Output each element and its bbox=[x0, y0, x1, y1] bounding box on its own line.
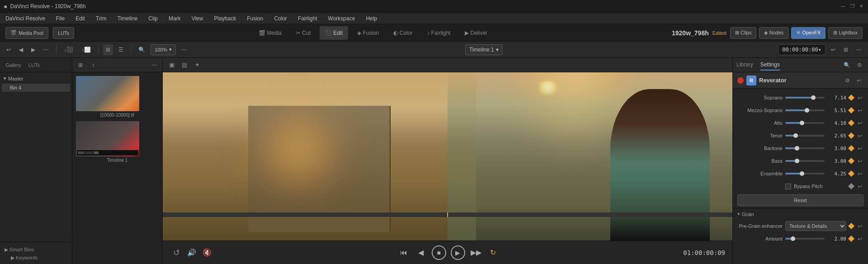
tab-fairlight[interactable]: ♪ Fairlight bbox=[421, 26, 456, 40]
menu-fairlight[interactable]: Fairlight bbox=[296, 14, 319, 23]
luts-tab[interactable]: LUTs bbox=[26, 61, 42, 69]
library-tab[interactable]: Library bbox=[736, 60, 753, 71]
media-sort-btn[interactable]: ↕ bbox=[88, 60, 99, 70]
media-pool-button[interactable]: 🎬 Media Pool bbox=[5, 27, 48, 39]
grid-view-button[interactable]: ⊞ bbox=[103, 44, 113, 55]
timeline-progress-bar[interactable] bbox=[163, 212, 732, 217]
go-to-start-button[interactable]: ⏮ bbox=[397, 246, 410, 259]
menu-edit[interactable]: Edit bbox=[74, 14, 87, 23]
ensemble-reset[interactable]: ↩ bbox=[856, 170, 863, 177]
audio-button[interactable]: 🔊 bbox=[185, 246, 198, 259]
list-view-button[interactable]: ☰ bbox=[116, 44, 126, 55]
fx-power-indicator[interactable] bbox=[737, 77, 744, 84]
search-button[interactable]: 🔍 bbox=[136, 44, 148, 55]
ensemble-slider[interactable] bbox=[785, 173, 825, 174]
alto-keyframe[interactable] bbox=[848, 120, 854, 126]
close-button[interactable]: ✕ bbox=[858, 3, 864, 9]
nav-next-button[interactable]: ▶ bbox=[28, 44, 38, 55]
timeline-more-btn[interactable]: ⋯ bbox=[854, 44, 864, 55]
nav-prev-button[interactable]: ◀ bbox=[16, 44, 26, 55]
menu-help[interactable]: Help bbox=[364, 14, 379, 23]
minimize-button[interactable]: — bbox=[840, 3, 846, 9]
smart-bins[interactable]: ▶ Smart Bins bbox=[3, 244, 69, 254]
timeline-fit-btn[interactable]: ⊞ bbox=[841, 44, 851, 55]
keywords-item[interactable]: ▶ Keywords bbox=[3, 254, 69, 262]
master-folder[interactable]: ▾ Master bbox=[2, 74, 70, 83]
list-item[interactable]: [10000-10000].tif bbox=[76, 76, 159, 118]
tab-cut[interactable]: ✂ Cut bbox=[291, 26, 316, 40]
soprano-reset[interactable]: ↩ bbox=[856, 94, 863, 101]
alto-slider[interactable] bbox=[785, 122, 825, 124]
gallery-tab[interactable]: Gallery bbox=[3, 61, 24, 69]
zoom-level[interactable]: 100% ▾ bbox=[151, 44, 176, 55]
ripple-button[interactable]: ▤ bbox=[179, 60, 190, 70]
baritone-slider[interactable] bbox=[785, 147, 825, 149]
grain-section-header[interactable]: ▾ Grain bbox=[733, 208, 868, 220]
mezzo-soprano-keyframe[interactable] bbox=[848, 107, 854, 113]
fx-close-icon[interactable]: ↩ bbox=[854, 76, 863, 85]
menu-davinci-resolve[interactable]: DaVinci Resolve bbox=[4, 14, 47, 23]
pre-grain-reset[interactable]: ↩ bbox=[856, 222, 863, 230]
tab-deliver[interactable]: ▶ Deliver bbox=[459, 26, 493, 40]
bass-keyframe[interactable] bbox=[848, 158, 854, 164]
list-item[interactable]: Timeline 1 bbox=[76, 121, 159, 163]
fx-settings-icon[interactable]: ⚙ bbox=[843, 76, 852, 85]
tab-edit[interactable]: ⬛ Edit bbox=[320, 26, 348, 40]
menu-workspace[interactable]: Workspace bbox=[326, 14, 357, 23]
menu-color[interactable]: Color bbox=[272, 14, 289, 23]
menu-playback[interactable]: Playback bbox=[212, 14, 238, 23]
tab-fusion[interactable]: ◈ Fusion bbox=[352, 26, 384, 40]
loop-play-button[interactable]: ↻ bbox=[487, 246, 500, 259]
step-back-button[interactable]: ◀ bbox=[415, 246, 427, 259]
menu-timeline[interactable]: Timeline bbox=[115, 14, 139, 23]
bypass-pitch-reset[interactable]: ↩ bbox=[856, 183, 863, 190]
more-options-button[interactable]: ⋯ bbox=[41, 44, 52, 55]
menu-view[interactable]: View bbox=[190, 14, 205, 23]
right-settings-button[interactable]: ⚙ bbox=[854, 60, 864, 70]
menu-mark[interactable]: Mark bbox=[167, 14, 183, 23]
stop-button[interactable]: ■ bbox=[432, 245, 446, 260]
amount-keyframe[interactable] bbox=[848, 236, 854, 242]
bypass-pitch-checkbox[interactable] bbox=[785, 184, 791, 189]
amount-slider[interactable] bbox=[785, 238, 825, 240]
clip-mode-button[interactable]: ▣ bbox=[166, 60, 177, 70]
menu-clip[interactable]: Clip bbox=[146, 14, 160, 23]
loop-button[interactable]: ↺ bbox=[170, 246, 183, 259]
maximize-button[interactable]: ❐ bbox=[849, 3, 855, 9]
timeline-settings-btn[interactable]: ↩ bbox=[828, 44, 838, 55]
ensemble-keyframe[interactable] bbox=[848, 170, 854, 177]
right-search-button[interactable]: 🔍 bbox=[842, 60, 852, 70]
menu-file[interactable]: File bbox=[54, 14, 66, 23]
baritone-reset[interactable]: ↩ bbox=[856, 145, 863, 152]
bass-reset[interactable]: ↩ bbox=[856, 157, 863, 165]
openfx-button[interactable]: ⚛ OpenFX bbox=[791, 27, 826, 39]
mezzo-soprano-reset[interactable]: ↩ bbox=[856, 107, 863, 114]
pre-grain-select[interactable]: Texture & Details bbox=[785, 221, 846, 231]
soprano-slider[interactable] bbox=[785, 97, 825, 99]
menu-fusion[interactable]: Fusion bbox=[245, 14, 265, 23]
effects-button[interactable]: ✦ bbox=[192, 60, 203, 70]
tenor-keyframe[interactable] bbox=[848, 132, 854, 139]
reset-button[interactable]: Reset bbox=[737, 194, 863, 206]
tenor-slider[interactable] bbox=[785, 135, 825, 137]
timecode-display[interactable]: 00:00:00:00 ▾ bbox=[778, 44, 826, 55]
overwrite-button[interactable]: ↓⬜ bbox=[79, 44, 94, 55]
luts-button[interactable]: LUTs bbox=[53, 27, 74, 39]
tab-color[interactable]: ◐ Color bbox=[388, 26, 418, 40]
alto-reset[interactable]: ↩ bbox=[856, 119, 863, 127]
nodes-button[interactable]: ◈ Nodes bbox=[759, 27, 788, 39]
bass-slider[interactable] bbox=[785, 160, 825, 162]
timeline-name[interactable]: Timeline 1 ▾ bbox=[465, 44, 503, 55]
media-settings-btn[interactable]: ⋯ bbox=[149, 60, 160, 70]
settings-tab[interactable]: Settings bbox=[760, 60, 780, 71]
sub-more-button[interactable]: ⋯ bbox=[179, 44, 189, 55]
undo-button[interactable]: ↩ bbox=[4, 44, 14, 55]
lightbox-button[interactable]: ⊞ Lightbox bbox=[828, 27, 863, 39]
clips-button[interactable]: ⊞ Clips bbox=[730, 27, 757, 39]
amount-reset[interactable]: ↩ bbox=[856, 235, 863, 242]
media-view-toggle[interactable]: ⊞ bbox=[75, 60, 86, 70]
play-button[interactable]: ▶ bbox=[451, 245, 465, 260]
insert-button[interactable]: ↓⬛ bbox=[61, 44, 76, 55]
step-forward-button[interactable]: ▶▶ bbox=[470, 246, 482, 259]
tab-media[interactable]: 🎬 Media bbox=[253, 26, 287, 40]
